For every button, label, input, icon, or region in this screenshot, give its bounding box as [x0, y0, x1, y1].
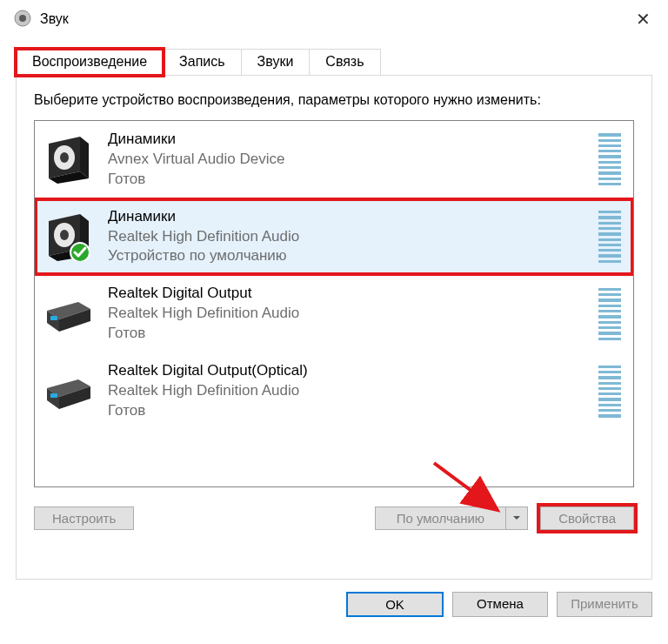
instruction-text: Выберите устройство воспроизведения, пар… — [34, 91, 634, 110]
tab-sounds[interactable]: Звуки — [241, 49, 311, 76]
tab-playback[interactable]: Воспроизведение — [16, 49, 164, 76]
device-text: Динамики Avnex Virtual Audio Device Гото… — [108, 130, 583, 190]
device-name: Realtek Digital Output — [108, 284, 583, 304]
digital-output-icon — [43, 367, 92, 416]
device-status: Готов — [108, 401, 583, 421]
device-name: Динамики — [108, 207, 583, 227]
app-icon — [14, 10, 31, 30]
svg-marker-3 — [80, 137, 89, 178]
device-listbox[interactable]: Динамики Avnex Virtual Audio Device Гото… — [34, 120, 634, 487]
device-description: Realtek High Definition Audio — [108, 381, 583, 401]
svg-point-11 — [60, 230, 69, 240]
sound-dialog: Звук ✕ Воспроизведение Запись Звуки Связ… — [0, 0, 668, 644]
device-status: Устройство по умолчанию — [108, 246, 583, 266]
device-item[interactable]: Динамики Realtek High Definition Audio У… — [35, 198, 633, 276]
tab-communications[interactable]: Связь — [309, 49, 380, 76]
ok-button[interactable]: OK — [346, 592, 444, 617]
dropdown-caret-icon[interactable] — [505, 507, 527, 529]
cancel-button[interactable]: Отмена — [452, 592, 548, 617]
device-item[interactable]: Realtek Digital Output(Optical) Realtek … — [35, 352, 633, 430]
titlebar: Звук ✕ — [0, 0, 668, 38]
device-status: Готов — [108, 170, 583, 190]
device-description: Avnex Virtual Audio Device — [108, 150, 583, 170]
speaker-icon — [43, 212, 92, 261]
device-text: Realtek Digital Output(Optical) Realtek … — [108, 361, 583, 421]
speaker-icon — [43, 135, 92, 184]
svg-point-6 — [60, 152, 69, 163]
device-text: Realtek Digital Output Realtek High Defi… — [108, 284, 583, 344]
dialog-button-row: OK Отмена Применить — [0, 580, 668, 617]
set-default-button[interactable]: По умолчанию — [375, 506, 528, 530]
device-name: Динамики — [108, 130, 583, 150]
device-text: Динамики Realtek High Definition Audio У… — [108, 207, 583, 267]
panel-button-row: Настроить По умолчанию — [34, 506, 634, 530]
level-meter — [598, 133, 621, 185]
svg-rect-16 — [50, 316, 57, 320]
close-button[interactable]: ✕ — [627, 5, 659, 33]
tab-strip: Воспроизведение Запись Звуки Связь — [0, 38, 668, 76]
device-status: Готов — [108, 324, 583, 344]
playback-panel: Выберите устройство воспроизведения, пар… — [16, 75, 652, 580]
level-meter — [598, 366, 621, 418]
device-description: Realtek High Definition Audio — [108, 227, 583, 247]
properties-button[interactable]: Свойства — [540, 506, 634, 530]
device-item[interactable]: Динамики Avnex Virtual Audio Device Гото… — [35, 121, 633, 198]
device-description: Realtek High Definition Audio — [108, 304, 583, 324]
level-meter — [598, 211, 621, 263]
svg-rect-20 — [50, 393, 57, 398]
device-item[interactable]: Realtek Digital Output Realtek High Defi… — [35, 275, 633, 352]
window-title: Звук — [40, 11, 69, 27]
tab-recording[interactable]: Запись — [163, 49, 242, 76]
apply-button[interactable]: Применить — [557, 592, 652, 617]
configure-button[interactable]: Настроить — [34, 506, 134, 530]
device-name: Realtek Digital Output(Optical) — [108, 361, 583, 381]
digital-output-icon — [43, 290, 92, 339]
level-meter — [598, 288, 621, 340]
svg-point-1 — [19, 15, 26, 22]
